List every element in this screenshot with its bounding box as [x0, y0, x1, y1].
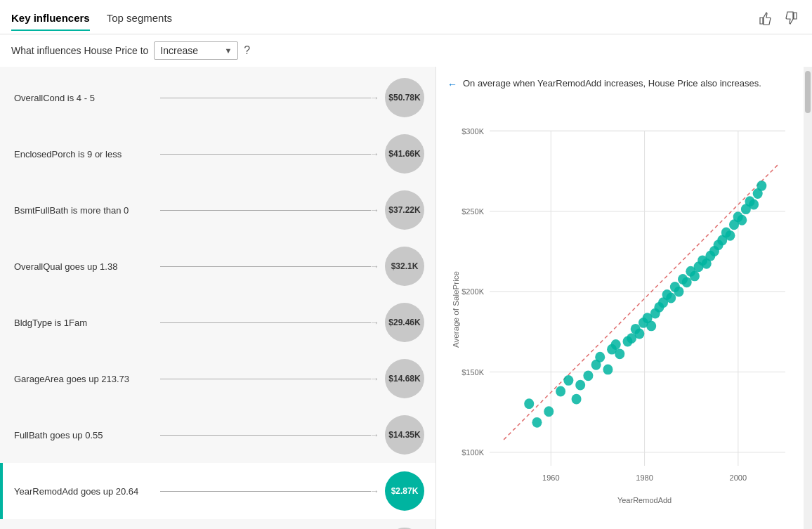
- svg-point-67: [757, 181, 766, 191]
- svg-point-26: [583, 370, 593, 381]
- influencer-bubble: $2.87K: [385, 471, 424, 511]
- increase-dropdown[interactable]: Increase ▼: [154, 41, 238, 60]
- svg-text:YearRemodAdd: YearRemodAdd: [617, 496, 672, 504]
- influencer-bubble: $37.22K: [385, 190, 424, 230]
- influencer-label: EnclosedPorch is 9 or less: [14, 149, 155, 159]
- svg-point-25: [575, 380, 585, 391]
- influencer-label: YearRemodAdd goes up 20.64: [14, 486, 155, 497]
- main-content: OverallCond is 4 - 5→$50.78KEnclosedPorc…: [0, 67, 812, 529]
- svg-point-19: [524, 398, 534, 409]
- svg-text:$200K: $200K: [461, 287, 484, 296]
- influencer-label: OverallCond is 4 - 5: [14, 93, 155, 103]
- scrollbar-thumb[interactable]: [805, 71, 811, 113]
- influencer-line: →: [160, 429, 379, 440]
- chart-header: ← On average when YearRemodAdd increases…: [447, 78, 792, 90]
- svg-point-28: [595, 352, 605, 363]
- svg-text:1980: 1980: [636, 474, 653, 482]
- chart-description: On average when YearRemodAdd increases, …: [463, 78, 761, 89]
- influencer-bubble: $29.46K: [385, 303, 424, 342]
- back-arrow-icon[interactable]: ←: [447, 79, 457, 90]
- svg-point-23: [563, 375, 573, 386]
- influencer-label: OverallQual goes up 1.38: [14, 261, 155, 272]
- scatter-chart: $300K $250K $200K $150K $100K 1960 1980 …: [447, 101, 792, 518]
- svg-point-50: [690, 271, 700, 282]
- thumbs-down-button[interactable]: [781, 8, 801, 28]
- svg-line-18: [504, 164, 778, 440]
- filter-row: What influences House Price to Increase …: [0, 34, 812, 67]
- svg-text:Average of SalePrice: Average of SalePrice: [452, 271, 460, 348]
- filter-label: What influences House Price to: [11, 45, 148, 56]
- influencer-line: →: [160, 373, 379, 384]
- svg-text:2000: 2000: [730, 474, 747, 482]
- svg-text:$100K: $100K: [461, 448, 484, 457]
- svg-point-46: [674, 287, 683, 297]
- influencer-line: →: [160, 485, 379, 497]
- svg-point-22: [556, 386, 565, 397]
- svg-point-44: [666, 293, 676, 303]
- svg-text:1960: 1960: [542, 474, 559, 482]
- influencer-item[interactable]: GarageArea goes up 213.73→$14.68K: [0, 351, 436, 407]
- svg-point-29: [603, 365, 613, 375]
- tab-key-influencers[interactable]: Key influencers: [11, 12, 90, 31]
- influencer-label: FullBath goes up 0.55: [14, 430, 155, 440]
- influencer-item[interactable]: EnclosedPorch is 9 or less→$41.66K: [0, 126, 436, 182]
- svg-point-65: [749, 200, 759, 210]
- tabs: Key influencers Top segments: [11, 12, 172, 31]
- influencer-item[interactable]: OverallCond is 4 - 5→$50.78K: [0, 70, 436, 126]
- influencer-bubble: $50.78K: [385, 78, 424, 117]
- influencer-label: GarageArea goes up 213.73: [14, 374, 155, 384]
- svg-point-32: [615, 348, 624, 359]
- influencer-item[interactable]: BldgType is 1Fam→$29.46K: [0, 294, 436, 351]
- influencer-label: BldgType is 1Fam: [14, 318, 155, 328]
- chart-area: $300K $250K $200K $150K $100K 1960 1980 …: [447, 101, 792, 518]
- main-container: Key influencers Top segments What influe…: [0, 0, 812, 529]
- influencer-line: →: [160, 92, 379, 103]
- header-icons: [756, 8, 801, 28]
- svg-point-20: [532, 417, 542, 428]
- influencer-bubble: $32.1K: [385, 247, 424, 286]
- influencer-bubble: $41.66K: [385, 134, 424, 174]
- svg-text:$150K: $150K: [461, 367, 484, 376]
- svg-point-31: [611, 339, 621, 350]
- influencer-item[interactable]: YearBuilt goes up 30.19→$1.35K: [0, 519, 436, 529]
- influencer-line: →: [160, 261, 379, 272]
- header: Key influencers Top segments: [0, 0, 812, 34]
- chevron-down-icon: ▼: [224, 46, 232, 55]
- scrollbar[interactable]: [804, 67, 812, 529]
- influencer-item[interactable]: FullBath goes up 0.55→$14.35K: [0, 407, 436, 463]
- svg-point-62: [737, 215, 747, 226]
- influencer-item[interactable]: YearRemodAdd goes up 20.64→$2.87K: [0, 463, 436, 519]
- dropdown-value: Increase: [160, 45, 198, 56]
- influencer-line: →: [160, 204, 379, 216]
- left-panel: OverallCond is 4 - 5→$50.78KEnclosedPorc…: [0, 67, 436, 529]
- influencer-line: →: [160, 317, 379, 328]
- svg-text:$250K: $250K: [461, 207, 484, 216]
- influencer-item[interactable]: OverallQual goes up 1.38→$32.1K: [0, 238, 436, 294]
- influencer-label: BsmtFullBath is more than 0: [14, 205, 155, 216]
- influencer-bubble: $14.35K: [385, 415, 424, 455]
- svg-point-59: [725, 230, 735, 241]
- influencer-line: →: [160, 148, 379, 159]
- help-icon[interactable]: ?: [244, 44, 250, 57]
- thumbs-up-button[interactable]: [756, 8, 775, 28]
- influencer-bubble: $14.68K: [385, 359, 424, 398]
- svg-point-36: [634, 329, 644, 339]
- svg-point-21: [544, 406, 554, 417]
- svg-point-39: [646, 320, 656, 331]
- tab-top-segments[interactable]: Top segments: [107, 12, 172, 31]
- svg-point-24: [572, 394, 582, 405]
- svg-text:$300K: $300K: [461, 126, 484, 135]
- svg-point-48: [682, 277, 692, 287]
- right-panel: ← On average when YearRemodAdd increases…: [436, 67, 804, 529]
- influencer-item[interactable]: BsmtFullBath is more than 0→$37.22K: [0, 182, 436, 238]
